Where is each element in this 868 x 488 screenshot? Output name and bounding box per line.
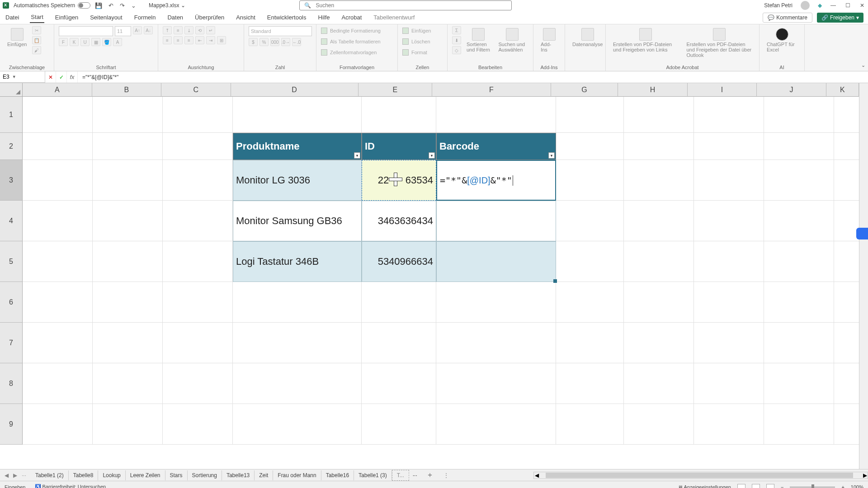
spreadsheet-grid[interactable]: ABCDEFGHIJK 123456789 Produktname▾ID▾Bar… <box>0 83 868 469</box>
format-painter-button[interactable]: 🖌 <box>32 46 41 54</box>
row-header-2[interactable]: 2 <box>0 133 23 160</box>
italic-button[interactable]: K <box>70 38 79 46</box>
fill-color-button[interactable]: 🪣 <box>102 38 111 46</box>
autosave-toggle[interactable]: Automatisches Speichern <box>14 2 90 9</box>
sheet-overflow-button[interactable]: ··· <box>409 472 421 479</box>
column-header-G[interactable]: G <box>551 83 618 97</box>
comments-button[interactable]: 💬 Kommentare <box>763 13 812 23</box>
decrease-indent-button[interactable]: ⇤ <box>195 36 204 44</box>
confirm-formula-button[interactable]: ✓ <box>56 71 67 83</box>
sheet-tab[interactable]: Stars <box>165 470 188 480</box>
sort-filter-button[interactable]: Sortieren und Filtern <box>464 26 493 54</box>
align-top-button[interactable]: ⤒ <box>163 26 172 34</box>
sheet-tab[interactable]: Tabelle16 <box>321 470 354 480</box>
sheet-tab[interactable]: Frau oder Mann <box>273 470 321 480</box>
maximize-button[interactable]: ☐ <box>844 2 851 9</box>
table-cell-id-selected[interactable]: 22 63534 <box>362 160 436 201</box>
undo-icon[interactable]: ↶ <box>108 2 113 9</box>
formula-input[interactable]: ="*"&[@ID]&"*" <box>78 74 868 80</box>
add-sheet-button[interactable]: ＋ <box>421 470 439 480</box>
conditional-format-button[interactable]: Bedingte Formatierung <box>321 26 381 35</box>
column-header-H[interactable]: H <box>618 83 688 97</box>
column-header-F[interactable]: F <box>432 83 551 97</box>
table-cell-name[interactable]: Logi Tastatur 346B <box>233 241 362 282</box>
percent-button[interactable]: % <box>259 38 269 46</box>
table-cell-barcode[interactable] <box>436 241 556 282</box>
bold-button[interactable]: F <box>59 38 68 46</box>
fx-button[interactable]: fx <box>67 71 78 83</box>
insert-cells-button[interactable]: Einfügen <box>402 26 431 35</box>
normal-view-button[interactable] <box>737 484 745 488</box>
clear-button[interactable]: ◇ <box>452 46 461 54</box>
filter-icon[interactable]: ▾ <box>429 152 435 159</box>
name-box[interactable]: E3▼ <box>0 71 45 83</box>
filename-display[interactable]: Mappe3.xlsx⌄ <box>149 2 185 9</box>
select-all-corner[interactable] <box>0 83 23 97</box>
create-pdf-link-button[interactable]: Erstellen von PDF-Dateien und Freigeben … <box>610 26 681 54</box>
column-header-C[interactable]: C <box>161 83 231 97</box>
align-bottom-button[interactable]: ⤓ <box>184 26 193 34</box>
tab-ueberpruefen[interactable]: Überprüfen <box>194 12 225 23</box>
column-header-A[interactable]: A <box>23 83 92 97</box>
font-size-select[interactable] <box>115 26 131 36</box>
increase-indent-button[interactable]: ⇥ <box>206 36 215 44</box>
sheet-tab[interactable]: Sortierung <box>188 470 222 480</box>
cut-button[interactable]: ✂ <box>32 26 41 34</box>
display-settings-button[interactable]: 🖥 Anzeigeeinstellungen <box>678 484 731 488</box>
find-select-button[interactable]: Suchen und Auswählen <box>495 26 528 54</box>
delete-cells-button[interactable]: Löschen <box>402 37 430 46</box>
avatar[interactable] <box>801 1 810 10</box>
currency-button[interactable]: $ <box>249 38 258 46</box>
horizontal-scrollbar[interactable]: ◀ ▶ <box>533 472 868 479</box>
vertical-scrollbar[interactable] <box>859 83 868 469</box>
accessibility-label[interactable]: ♿ Barrierefreiheit: Untersuchen <box>35 484 106 488</box>
row-header-3[interactable]: 3 <box>0 160 23 201</box>
align-middle-button[interactable]: ≡ <box>174 26 183 34</box>
format-cells-button[interactable]: Format <box>402 48 427 57</box>
fill-button[interactable]: ⬇ <box>452 36 461 44</box>
orientation-button[interactable]: ⟲ <box>195 26 204 34</box>
format-as-table-button[interactable]: Als Tabelle formatieren <box>321 37 381 46</box>
underline-button[interactable]: U <box>80 38 90 46</box>
filter-icon[interactable]: ▾ <box>548 152 555 159</box>
tab-ansicht[interactable]: Ansicht <box>235 12 256 23</box>
tab-daten[interactable]: Daten <box>166 12 184 23</box>
zoom-level[interactable]: 100% <box>851 484 863 488</box>
zoom-slider[interactable] <box>790 487 835 488</box>
table-resize-handle[interactable] <box>553 279 557 283</box>
tab-formeln[interactable]: Formeln <box>133 12 157 23</box>
table-header-name[interactable]: Produktname▾ <box>233 133 362 160</box>
font-name-select[interactable] <box>59 26 113 36</box>
search-box[interactable]: 🔍 <box>299 0 512 10</box>
row-header-6[interactable]: 6 <box>0 282 23 323</box>
decrease-font-button[interactable]: A↓ <box>144 26 153 34</box>
tab-entwicklertools[interactable]: Entwicklertools <box>266 12 307 23</box>
sheet-prev-button[interactable]: ◀ <box>5 472 9 479</box>
tab-einfuegen[interactable]: Einfügen <box>54 12 79 23</box>
merge-button[interactable]: ⊞ <box>217 36 226 44</box>
paste-button[interactable]: Einfügen <box>5 26 29 49</box>
row-header-5[interactable]: 5 <box>0 241 23 282</box>
column-header-E[interactable]: E <box>359 83 432 97</box>
row-header-4[interactable]: 4 <box>0 201 23 241</box>
column-header-I[interactable]: I <box>688 83 757 97</box>
align-right-button[interactable]: ≡ <box>184 36 193 44</box>
sheet-more-button[interactable]: ··· <box>22 472 26 479</box>
sheet-next-button[interactable]: ▶ <box>13 472 17 479</box>
qat-more-icon[interactable]: ⌄ <box>131 2 136 9</box>
chatgpt-button[interactable]: ChatGPT für Excel <box>764 26 800 54</box>
floating-badge-icon[interactable] <box>856 228 868 239</box>
tab-hilfe[interactable]: Hilfe <box>317 12 331 23</box>
increase-font-button[interactable]: A↑ <box>133 26 142 34</box>
redo-icon[interactable]: ↷ <box>120 2 125 9</box>
align-left-button[interactable]: ≡ <box>163 36 172 44</box>
search-input[interactable] <box>316 2 507 9</box>
row-header-1[interactable]: 1 <box>0 97 23 133</box>
column-header-D[interactable]: D <box>231 83 359 97</box>
table-cell-barcode[interactable] <box>436 201 556 241</box>
user-name-label[interactable]: Stefan Petri <box>764 2 793 9</box>
share-button[interactable]: 🔗 Freigeben ▾ <box>817 13 863 23</box>
create-pdf-outlook-button[interactable]: Erstellen von PDF-Dateien und Freigeben … <box>684 26 755 60</box>
increase-decimal-button[interactable]: .0→ <box>281 38 290 46</box>
toggle-off-icon[interactable] <box>78 2 90 9</box>
